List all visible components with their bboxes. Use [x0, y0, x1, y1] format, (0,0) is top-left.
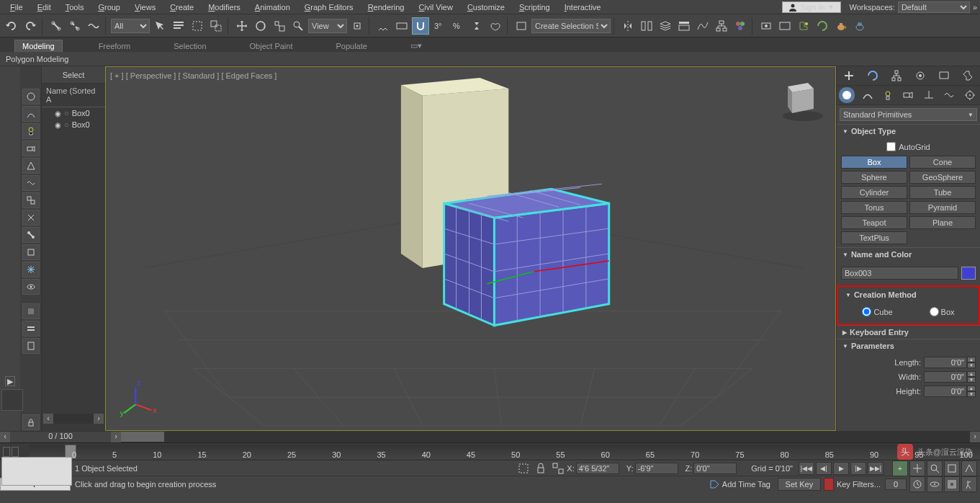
primitive-torus-button[interactable]: Torus: [841, 201, 907, 214]
ribbon-min-icon[interactable]: ▭▾: [403, 40, 429, 52]
prev-frame-button[interactable]: ◀|: [816, 462, 832, 475]
menu-group[interactable]: Group: [91, 3, 127, 12]
filter-cameras-icon[interactable]: [22, 141, 40, 156]
mirror-button[interactable]: [619, 17, 637, 35]
move-button[interactable]: [233, 17, 251, 35]
param-height-input[interactable]: [924, 386, 967, 397]
object-name-input[interactable]: [841, 267, 958, 280]
spin-up[interactable]: ▲: [967, 386, 976, 391]
primitive-textplus-button[interactable]: TextPlus: [841, 231, 907, 244]
autogrid-checkbox[interactable]: [886, 142, 896, 151]
filter-containers-icon[interactable]: [22, 244, 40, 260]
tree-item[interactable]: ◉○Box0: [42, 107, 105, 119]
cp-geometry-icon[interactable]: [839, 87, 855, 103]
render-setup-button[interactable]: [758, 17, 775, 35]
rect-select-region-button[interactable]: [189, 17, 206, 35]
redo-button[interactable]: [22, 17, 39, 35]
walk-through-button[interactable]: [961, 476, 977, 492]
creation-cube-radio[interactable]: Cube: [862, 307, 892, 316]
time-config-button[interactable]: [909, 476, 925, 492]
undo-button[interactable]: [3, 17, 20, 35]
eye-icon[interactable]: ◉: [55, 121, 61, 129]
cp-lights-icon[interactable]: [880, 87, 896, 103]
menu-scripting[interactable]: Scripting: [512, 3, 557, 12]
expand-toggle-button[interactable]: ▶: [5, 376, 15, 386]
window-crossing-button[interactable]: [207, 17, 225, 35]
scroll-right-button[interactable]: ›: [111, 432, 121, 442]
pivot-center-button[interactable]: [349, 17, 366, 35]
cp-motion-icon[interactable]: [912, 68, 928, 84]
selection-filter-select[interactable]: All: [111, 19, 150, 33]
cp-utilities-icon[interactable]: [960, 68, 976, 84]
zoom-extents-button[interactable]: [944, 460, 960, 476]
viewport-perspective[interactable]: [ + ] [ Perspective ] [ Standard ] [ Edg…: [105, 66, 836, 431]
cp-cameras-icon[interactable]: [900, 87, 916, 103]
edit-selection-set-button[interactable]: [487, 17, 504, 35]
unlink-button[interactable]: [66, 17, 84, 35]
filter-shapes-icon[interactable]: [22, 106, 40, 122]
cp-modify-icon[interactable]: [865, 68, 881, 84]
menu-file[interactable]: File: [3, 3, 30, 12]
select-object-button[interactable]: [151, 17, 168, 35]
viewport-thumb[interactable]: [1, 389, 23, 411]
named-sel-sets-button[interactable]: [513, 17, 530, 35]
curve-editor-button[interactable]: [694, 17, 711, 35]
primitive-geosphere-button[interactable]: GeoSphere: [909, 171, 976, 184]
param-length-input[interactable]: [924, 357, 967, 368]
spin-down[interactable]: ▼: [967, 362, 976, 368]
selection-lock-icon[interactable]: [515, 460, 532, 477]
primitive-cone-button[interactable]: Cone: [909, 156, 976, 169]
primitive-pyramid-button[interactable]: Pyramid: [909, 201, 976, 214]
menu-modifiers[interactable]: Modifiers: [201, 3, 248, 12]
add-key-button[interactable]: +: [892, 460, 908, 476]
cp-display-icon[interactable]: [936, 68, 952, 84]
spin-up[interactable]: ▲: [967, 357, 976, 362]
tab-populate[interactable]: Populate: [328, 40, 374, 52]
timeline-btn2[interactable]: [12, 447, 19, 457]
filter-helpers-icon[interactable]: [22, 158, 40, 174]
se-lock-icon[interactable]: [22, 414, 40, 430]
manipulate-button[interactable]: [374, 17, 392, 35]
fov-button[interactable]: [961, 460, 977, 476]
se-tool3-icon[interactable]: [22, 338, 40, 354]
teapot-render-button[interactable]: [832, 17, 850, 35]
key-filters-button[interactable]: Key Filters...: [837, 480, 881, 489]
orbit-button[interactable]: [927, 476, 943, 492]
cp-spacewarps-icon[interactable]: [941, 87, 957, 103]
coord-z-input[interactable]: [693, 463, 737, 474]
filter-lights-icon[interactable]: [22, 123, 40, 139]
tab-object-paint[interactable]: Object Paint: [243, 40, 300, 52]
filter-spacewarps-icon[interactable]: [22, 175, 40, 191]
maximize-viewport-button[interactable]: [944, 476, 960, 492]
filter-frozen-icon[interactable]: [22, 262, 40, 277]
align-button[interactable]: [638, 17, 655, 35]
menu-views[interactable]: Views: [127, 3, 163, 12]
placement-button[interactable]: [289, 17, 307, 35]
primitive-tube-button[interactable]: Tube: [909, 186, 976, 199]
primitive-sphere-button[interactable]: Sphere: [841, 171, 907, 184]
timeline-btn1[interactable]: [3, 447, 10, 457]
schematic-view-button[interactable]: [713, 17, 730, 35]
menu-create[interactable]: Create: [163, 3, 201, 12]
menu-graph-editors[interactable]: Graph Editors: [297, 3, 361, 12]
viewport-canvas[interactable]: x y z: [106, 67, 835, 430]
rollout-object-type[interactable]: ▼Object Type: [837, 124, 980, 138]
se-tool1-icon[interactable]: [22, 303, 40, 319]
filter-bones-icon[interactable]: [22, 227, 40, 243]
tab-selection[interactable]: Selection: [166, 40, 213, 52]
object-color-swatch[interactable]: [961, 267, 976, 280]
timeline[interactable]: 0510152025303540455055606570758085909510…: [0, 442, 980, 460]
rollout-parameters[interactable]: ▼Parameters: [837, 339, 980, 352]
primitive-teapot-button[interactable]: Teapot: [841, 216, 907, 229]
main-hscroll-thumb[interactable]: [121, 432, 164, 442]
tab-freeform[interactable]: Freeform: [91, 40, 138, 52]
spin-down[interactable]: ▼: [967, 377, 976, 383]
cp-hierarchy-icon[interactable]: [889, 68, 904, 84]
cp-shapes-icon[interactable]: [860, 87, 876, 103]
primitive-box-button[interactable]: Box: [841, 156, 907, 169]
tree-item[interactable]: ◉○Box0: [42, 119, 105, 130]
next-frame-button[interactable]: |▶: [850, 462, 866, 475]
named-selection-select[interactable]: Create Selection Se: [531, 19, 611, 33]
zoom-view-button[interactable]: [927, 460, 943, 476]
goto-end-button[interactable]: ▶▶|: [868, 462, 884, 475]
